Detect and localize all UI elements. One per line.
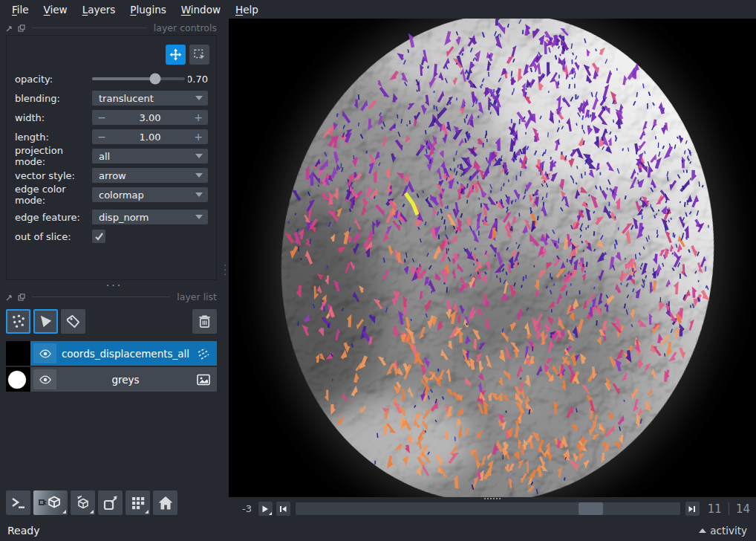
grid-view-button[interactable] [126, 490, 150, 515]
hide-panel-icon[interactable] [18, 294, 25, 301]
checkmark-icon [94, 232, 104, 242]
menu-layers[interactable]: Layers [75, 1, 123, 18]
hide-panel-icon[interactable] [18, 25, 25, 32]
new-shapes-layer-button[interactable] [33, 309, 58, 334]
blending-value: translucent [99, 93, 154, 104]
pan-zoom-mode-button[interactable] [166, 45, 186, 65]
edge-feature-select[interactable]: disp_norm [92, 210, 208, 224]
vector-style-select[interactable]: arrow [92, 168, 208, 183]
menu-bar: File View Layers Plugins Window Help [0, 0, 756, 19]
menu-plugins[interactable]: Plugins [123, 1, 173, 18]
length-row: length: − 1.00 + [15, 129, 208, 144]
step-to-start-button[interactable] [276, 502, 290, 516]
increment-icon[interactable]: + [189, 111, 208, 123]
width-value[interactable]: 3.00 [111, 112, 189, 123]
vector-style-value: arrow [99, 170, 126, 181]
popup-wedge [269, 512, 272, 515]
status-bar: Ready activity [0, 520, 756, 541]
roll-dimensions-button[interactable] [71, 490, 95, 515]
2d-3d-toggle-icon [38, 494, 63, 512]
float-panel-icon[interactable] [6, 294, 13, 301]
increment-icon[interactable]: + [189, 131, 208, 143]
layer-controls-panel: opacity: 0.70 blending: translucent [6, 35, 217, 280]
new-labels-layer-button[interactable] [61, 309, 85, 334]
menu-view[interactable]: View [36, 1, 75, 18]
menu-help[interactable]: Help [228, 1, 266, 18]
layer-name: coords_displacements_all [56, 348, 195, 360]
frame-divider [729, 502, 729, 515]
length-label: length: [15, 132, 92, 143]
menu-window[interactable]: Window [174, 1, 228, 18]
menu-file[interactable]: File [4, 1, 36, 18]
length-spinbox[interactable]: − 1.00 + [92, 129, 208, 144]
layer-controls-header: layer controls [6, 23, 217, 33]
frame-scrollbar[interactable] [296, 502, 680, 515]
out-of-slice-row: out of slice: [15, 229, 208, 244]
edge-feature-value: disp_norm [99, 212, 149, 223]
transform-mode-button[interactable] [189, 45, 209, 65]
console-icon [10, 494, 27, 512]
edge-color-mode-row: edge color mode: colormap [15, 187, 208, 202]
transpose-dimensions-button[interactable] [98, 490, 123, 515]
vector-style-label: vector style: [15, 170, 92, 181]
projection-mode-value: all [99, 151, 110, 162]
total-frames: 14 [736, 502, 750, 516]
labels-tag-icon [65, 314, 81, 329]
roll-dims-icon [74, 494, 92, 512]
projection-mode-label: projection mode: [15, 145, 92, 167]
chevron-down-icon [195, 96, 203, 100]
popup-wedge [90, 510, 94, 514]
home-reset-view-button[interactable] [153, 490, 177, 515]
frame-position-labels: 11 14 [708, 502, 750, 516]
out-of-slice-checkbox[interactable] [92, 230, 105, 243]
play-button[interactable] [258, 502, 273, 516]
layer-row-coords-displacements[interactable]: coords_displacements_all [6, 341, 217, 366]
layer-row-greys[interactable]: greys [6, 367, 217, 392]
layer-buttons-row [6, 309, 217, 334]
opacity-label: opacity: [15, 74, 92, 85]
dock-resize-handle[interactable]: ··· [224, 264, 227, 277]
dock-panel-splitter[interactable]: ··· [0, 280, 229, 291]
dims-slider-row: -3 11 14 [229, 497, 756, 520]
vectors-layer-icon [196, 346, 211, 361]
step-to-end-button[interactable] [685, 502, 700, 516]
viewer-canvas[interactable] [229, 19, 756, 497]
opacity-slider-knob[interactable] [150, 74, 161, 85]
chevron-up-icon [699, 528, 706, 533]
decrement-icon[interactable]: − [92, 111, 111, 123]
layer-visibility-button[interactable] [33, 343, 56, 363]
status-message: Ready [7, 525, 39, 537]
activity-toggle-button[interactable]: activity [699, 525, 747, 537]
delete-layer-button[interactable] [192, 309, 217, 334]
width-label: width: [15, 112, 92, 123]
new-points-layer-button[interactable] [6, 309, 30, 334]
projection-mode-select[interactable]: all [92, 149, 208, 163]
ndisplay-toggle-button[interactable] [33, 490, 68, 515]
blending-select[interactable]: translucent [92, 91, 208, 106]
shapes-polygon-icon [38, 314, 53, 329]
points-icon [10, 314, 26, 329]
decrement-icon[interactable]: − [92, 131, 111, 143]
viewer-buttons-row [6, 490, 217, 515]
edge-color-mode-select[interactable]: colormap [92, 187, 208, 202]
width-spinbox[interactable]: − 3.00 + [92, 110, 208, 125]
layer-controls-title: layer controls [154, 22, 217, 33]
edge-color-mode-label: edge color mode: [15, 184, 92, 206]
out-of-slice-label: out of slice: [15, 231, 92, 242]
projection-mode-row: projection mode: all [15, 149, 208, 163]
chevron-down-icon [195, 173, 203, 178]
frame-scrollbar-handle[interactable] [579, 502, 603, 515]
vector-style-row: vector style: arrow [15, 168, 208, 183]
blending-label: blending: [15, 93, 92, 104]
left-dock: layer controls [0, 19, 229, 520]
edge-color-mode-value: colormap [99, 189, 144, 201]
chevron-down-icon [195, 192, 203, 197]
length-value[interactable]: 1.00 [111, 132, 189, 143]
opacity-slider[interactable] [92, 77, 185, 80]
layer-visibility-button[interactable] [33, 369, 56, 389]
canvas-resize-grip[interactable] [484, 498, 501, 499]
layer-list-title: layer list [177, 291, 217, 302]
opacity-row: opacity: 0.70 [15, 71, 208, 86]
console-button[interactable] [6, 490, 30, 515]
float-panel-icon[interactable] [6, 25, 13, 32]
